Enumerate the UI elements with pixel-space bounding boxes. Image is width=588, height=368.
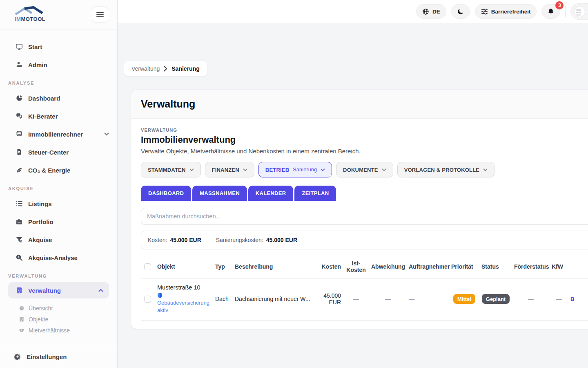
menu-button-dokumente[interactable]: DOKUMENTE [336,162,393,177]
avatar [574,6,585,17]
col-auftragnehmer: Auftragnehmer [409,263,451,270]
globe-icon [422,8,429,15]
sidebar-item-listings[interactable]: Listings [0,195,117,213]
menu-button-betrieb[interactable]: BETRIEB Sanierung [258,162,332,177]
tab-massnahmen[interactable]: MASSNAHMEN [192,186,247,201]
hamburger-icon [96,12,104,18]
table-header-row: Objekt Typ Beschreibung Kosten Ist-Koste… [141,257,588,278]
status-badge: Geplant [482,294,510,304]
menu-button-vorlagen-protokolle[interactable]: VORLAGEN & PROTOKOLLE [397,162,495,177]
table-row: Musterstraße 10 Gebäudeversicherung akti… [141,278,588,321]
topbar-divider [565,6,566,17]
subnav-item-label: Übersicht [29,305,53,312]
chevron-down-icon [321,168,325,171]
col-foerderstatus: Förderstatus [514,263,552,270]
cell-objekt: Musterstraße 10 Gebäudeversicherung akti… [157,284,215,314]
admin-user-icon [16,61,23,68]
sidebar-footer: Einstellungen [0,345,117,368]
row-checkbox[interactable] [144,296,151,303]
col-objekt: Objekt [157,263,215,270]
sidebar-item-verwaltung[interactable]: Verwaltung [8,282,109,298]
notifications: 3 [541,4,560,19]
sidebar-section-akquise: AKQUISE [0,182,117,195]
search-input[interactable] [141,208,588,225]
leaf-icon [16,166,23,174]
sidebar-item-portfolio[interactable]: Portfolio [0,213,117,231]
cell-status: Geplant [481,294,514,304]
sidebar-header: IMMOTOOL [0,0,117,29]
sidebar-item-label: Verwaltung [28,287,61,294]
menu-button-stammdaten[interactable]: STAMMDATEN [141,162,201,177]
cell-kfw: — [552,296,570,302]
menu-button-label: BETRIEB [265,167,289,173]
sidebar-item-einstellungen[interactable]: Einstellungen [0,348,117,366]
tab-zeitplan[interactable]: ZEITPLAN [294,186,336,201]
sidebar-item-label: Start [28,43,42,50]
bell-icon [547,8,555,16]
chevron-down-icon [382,168,386,171]
sidebar-item-admin[interactable]: Admin [0,56,117,74]
verwaltung-subnav: Übersicht Objekte Mietverhältnisse [0,303,117,336]
sidebar-item-label: Admin [28,61,47,68]
pie-chart-icon [16,94,23,102]
monitor-icon [16,43,23,50]
category-menu: STAMMDATEN FINANZEN BETRIEB Sanierung DO… [141,162,588,177]
dark-mode-button[interactable] [451,4,470,19]
subnav-item-label: Objekte [29,316,48,323]
menu-button-label: STAMMDATEN [148,167,186,173]
notification-count-badge: 3 [555,1,564,9]
building-icon [16,287,23,294]
sidebar-item-akquise-analyse[interactable]: $ Akquise-Analyse [0,249,117,267]
cell-beschreibung: Dachsanierung mit neuer W... [235,296,315,302]
priority-badge: Mittel [453,294,475,304]
sidebar-item-start[interactable]: Start [0,38,117,56]
row-action-link[interactable]: B [570,296,575,302]
sidebar-item-label: Einstellungen [27,353,67,360]
subnav-item-mietverhaeltnisse[interactable]: Mietverhältnisse [0,325,117,336]
main-content: Verwaltung Sanierung Verwaltung VERWALTU… [118,23,588,368]
logo-text-primary: IM [15,16,21,22]
select-all-checkbox[interactable] [144,263,151,270]
tax-document-icon: s [16,148,23,156]
chevron-up-icon [98,289,103,292]
language-button[interactable]: DE [416,4,446,19]
cell-action: B [570,296,588,302]
sidebar-item-ki-berater[interactable]: KI-Berater [0,107,117,125]
col-status: Status [481,263,514,270]
cell-ist-kosten: — [345,296,371,302]
card-title: Verwaltung [141,98,588,110]
gear-icon [14,353,21,360]
sidebar-item-immobilienrechner[interactable]: Immobilienrechner [0,125,117,143]
list-icon [16,200,23,207]
funnel-dollar-icon: $ [16,236,23,243]
sidebar-item-steuer-center[interactable]: s Steuer-Center [0,143,117,161]
tab-kalender[interactable]: KALENDER [248,186,294,201]
subnav-item-objekte[interactable]: Objekte [0,314,117,325]
cell-foerderstatus: — [514,296,552,302]
sidebar-item-label: Listings [28,200,52,207]
sidebar: IMMOTOOL Start Admin ANALYSE Dashboard K… [0,0,118,368]
insurance-status-link[interactable]: Gebäudeversicherung aktiv [157,299,211,314]
col-typ: Typ [215,263,235,270]
sidebar-toggle-button[interactable] [92,7,108,23]
tab-dashboard[interactable]: DASHBOARD [141,186,191,201]
chevron-down-icon [483,168,488,171]
sidebar-item-akquise[interactable]: $ Akquise [0,231,117,249]
menu-button-finanzen[interactable]: FINANZEN [205,162,254,177]
page-title: Immobilienverwaltung [141,135,588,145]
sidebar-item-co2-energie[interactable]: CO₂ & Energie [0,161,117,179]
accessibility-button[interactable]: Barrierefreiheit [475,4,537,19]
breadcrumb-parent[interactable]: Verwaltung [131,65,160,72]
sidebar-nav: Start Admin ANALYSE Dashboard KI-Berater… [0,29,117,345]
sidebar-item-label: KI-Berater [28,113,58,120]
search-dollar-icon: $ [16,254,23,261]
svg-text:s: s [19,151,20,153]
stat-label: Sanierungskosten: [216,237,263,243]
sidebar-item-dashboard[interactable]: Dashboard [0,89,117,107]
cell-abweichung: — [371,296,409,302]
sidebar-section-verwaltung: VERWALTUNG [0,270,117,282]
section-eyebrow: VERWALTUNG [141,128,588,132]
profile-button[interactable]: Profil [570,3,588,20]
subnav-item-uebersicht[interactable]: Übersicht [0,303,117,314]
stat-value: 45.000 EUR [170,237,201,243]
